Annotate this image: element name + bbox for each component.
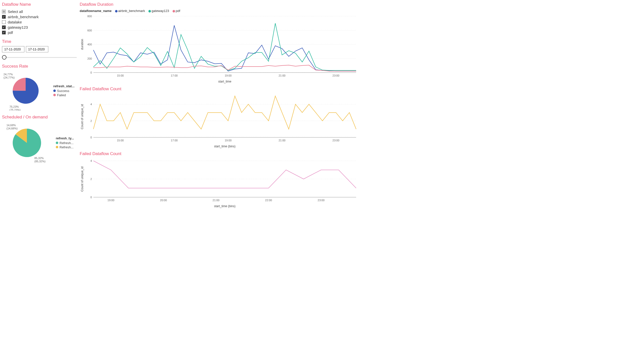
svg-text:start_time (bins): start_time (bins): [214, 145, 235, 148]
svg-text:21:00: 21:00: [279, 139, 286, 142]
date-from-input[interactable]: [2, 46, 24, 52]
dot-icon: [148, 10, 151, 13]
svg-text:19:00: 19:00: [108, 199, 114, 202]
pie-success: 75,23%(75,23%)24,77%(24,77%): [2, 71, 49, 111]
duration-chart-svg[interactable]: 020040060080015:0017:0019:0021:0023:00st…: [80, 14, 358, 84]
svg-text:800: 800: [88, 15, 92, 18]
svg-text:200: 200: [88, 57, 92, 60]
svg-text:19:00: 19:00: [225, 74, 232, 77]
svg-text:85,32%: 85,32%: [34, 156, 44, 159]
filter-dataflow-name: Dataflow Name Select all airbnb_benchmar…: [2, 2, 77, 35]
svg-text:(24,77%): (24,77%): [4, 76, 15, 79]
slider-track: [2, 57, 77, 58]
chart-failed-1: Failed Dataflow Count 02415:0017:0019:00…: [80, 87, 642, 148]
failed1-chart-svg[interactable]: 02415:0017:0019:0021:0023:00start_time (…: [80, 93, 358, 148]
svg-text:15:00: 15:00: [117, 74, 124, 77]
svg-text:17:00: 17:00: [171, 74, 178, 77]
slider-thumb[interactable]: [2, 55, 6, 60]
legend-schedule: refresh_ty... Refresh... Refresh...: [56, 136, 74, 150]
time-slider[interactable]: [2, 55, 77, 60]
section-success-rate: Success Rate 75,23%(75,23%)24,77%(24,77%…: [2, 64, 77, 111]
dot-icon: [53, 94, 56, 96]
chart-title: Failed Dataflow Count: [80, 87, 642, 91]
checkbox-label: Select all: [8, 10, 23, 14]
checkbox-label: airbnb_benchmark: [8, 15, 38, 19]
checkbox-icon: [2, 15, 6, 19]
checkbox-icon: [2, 10, 6, 14]
checkbox-gateway123[interactable]: gateway123: [2, 25, 77, 30]
pie-schedule: 85,32%(85,32%)14,68%(14,68%): [2, 122, 52, 164]
svg-text:0: 0: [90, 136, 92, 139]
svg-text:17:00: 17:00: [171, 139, 178, 142]
svg-text:2: 2: [90, 177, 92, 180]
time-title: Time: [2, 39, 77, 44]
svg-text:14,68%: 14,68%: [6, 124, 16, 127]
svg-text:2: 2: [90, 119, 92, 122]
svg-text:4: 4: [90, 159, 92, 162]
chart-title: Failed Dataflow Count: [80, 151, 642, 156]
dot-icon: [56, 146, 58, 148]
svg-text:22:00: 22:00: [265, 199, 272, 202]
legend-item-refresh1[interactable]: Refresh...: [56, 141, 74, 145]
svg-text:23:00: 23:00: [318, 199, 325, 202]
failed2-chart-svg[interactable]: 02419:0020:0021:0022:0023:00start_time (…: [80, 158, 358, 208]
legend-title: refresh_ty...: [56, 136, 74, 140]
svg-text:start_time: start_time: [218, 80, 231, 83]
schedule-title: Scheduled / On demand: [2, 115, 77, 120]
dot-icon: [53, 90, 56, 92]
svg-text:20:00: 20:00: [160, 199, 167, 202]
checkbox-icon: [2, 31, 6, 34]
chart-title: Dataflow Duration: [80, 2, 642, 7]
svg-text:21:00: 21:00: [213, 199, 220, 202]
legend-title: refresh_stat...: [53, 84, 74, 88]
svg-text:15:00: 15:00: [117, 139, 124, 142]
dot-icon: [56, 142, 58, 144]
success-title: Success Rate: [2, 64, 77, 69]
svg-text:4: 4: [90, 103, 92, 106]
section-scheduled: Scheduled / On demand 85,32%(85,32%)14,6…: [2, 115, 77, 164]
legend-item-refresh2[interactable]: Refresh...: [56, 145, 74, 149]
filter-title: Dataflow Name: [2, 2, 77, 7]
checkbox-label: pdf: [8, 30, 13, 35]
legend-success: refresh_stat... Success Failed: [53, 84, 74, 97]
checkbox-icon: [2, 20, 6, 24]
svg-text:(85,32%): (85,32%): [34, 160, 46, 163]
svg-text:19:00: 19:00: [225, 139, 232, 142]
svg-text:0: 0: [90, 71, 92, 74]
svg-text:400: 400: [88, 43, 92, 46]
chart-legend: dataflowname_name airbnb_benchmark gatew…: [80, 9, 642, 13]
checkbox-pdf[interactable]: pdf: [2, 30, 77, 35]
svg-text:start_time (bins): start_time (bins): [214, 205, 235, 208]
svg-text:(75,23%): (75,23%): [10, 108, 21, 111]
checkbox-label: datalake: [8, 20, 22, 24]
dot-icon: [115, 10, 118, 13]
checkbox-label: gateway123: [8, 25, 28, 30]
checkbox-select-all[interactable]: Select all: [2, 9, 77, 14]
chart-dataflow-duration: Dataflow Duration dataflowname_name airb…: [80, 2, 642, 84]
checkbox-airbnb[interactable]: airbnb_benchmark: [2, 14, 77, 20]
svg-text:21:00: 21:00: [279, 74, 286, 77]
filter-time: Time: [2, 39, 77, 60]
svg-text:duration: duration: [80, 39, 84, 50]
checkbox-icon: [2, 26, 6, 29]
legend-item-success[interactable]: Success: [53, 89, 74, 93]
chart-failed-2: Failed Dataflow Count 02419:0020:0021:00…: [80, 151, 642, 208]
svg-text:24,77%: 24,77%: [4, 73, 13, 76]
date-to-input[interactable]: [26, 46, 48, 52]
svg-text:(14,68%): (14,68%): [6, 127, 18, 130]
svg-text:75,23%: 75,23%: [10, 105, 19, 108]
svg-text:23:00: 23:00: [332, 74, 340, 77]
legend-item-failed[interactable]: Failed: [53, 93, 74, 97]
svg-text:0: 0: [90, 196, 92, 199]
dot-icon: [172, 10, 175, 13]
svg-text:Count of unique_id: Count of unique_id: [80, 104, 84, 129]
svg-text:600: 600: [88, 29, 92, 32]
svg-text:Count of unique_id: Count of unique_id: [80, 166, 84, 192]
svg-text:23:00: 23:00: [332, 139, 340, 142]
checkbox-datalake[interactable]: datalake: [2, 20, 77, 25]
